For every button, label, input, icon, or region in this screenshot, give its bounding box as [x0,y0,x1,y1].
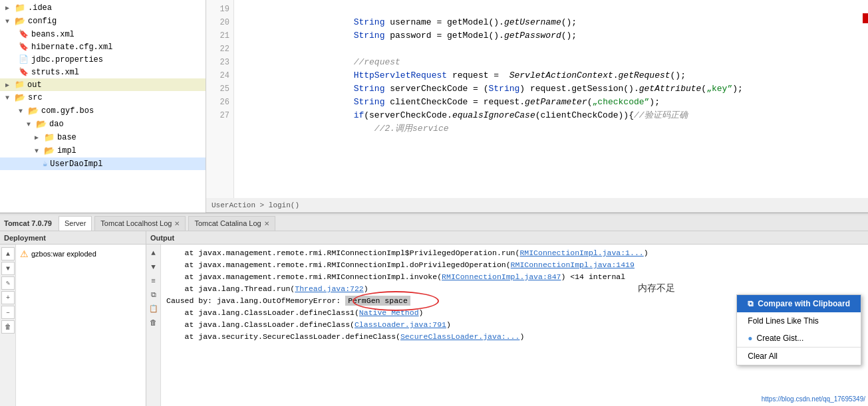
arrow-icon: ▼ [27,121,33,128]
arrow-icon: ▼ [5,94,12,102]
action-btn-edit[interactable]: ✎ [1,276,15,290]
action-btn-delete[interactable]: 🗑 [1,320,15,334]
fold-label: Fold Lines Like This [748,315,819,327]
clear-label: Clear All [748,350,778,362]
tab-localhost-label: Tomcat Localhost Log [100,219,172,227]
line-num-26: 26 [206,96,229,109]
tree-label: config [28,17,57,26]
tree-item-jdbc[interactable]: 📄 jdbc.properties [0,53,206,66]
xml-icon: 🔖 [19,29,29,39]
tree-item-com-gyf-bos[interactable]: ▼ 📂 com.gyf.bos [0,104,206,118]
tomcat-body: Deployment ▲ ▼ ✎ + – 🗑 ⚠ gzbos:war explo… [0,231,868,406]
arrow-icon: ▼ [5,18,12,25]
folder-open-icon: 📂 [15,92,25,103]
tree-label: hibernate.cfg.xml [31,43,112,52]
output-content: ▲ ▼ ≡ ⧉ 📋 🗑 at javax.management.remote.r… [146,245,868,406]
folder-open-icon: 📂 [15,16,25,27]
line-numbers: 19 20 21 22 23 24 25 26 27 [206,0,234,198]
tree-label: jdbc.properties [31,55,103,64]
deployment-title: Deployment [4,234,46,242]
context-menu-compare[interactable]: ⧉ Compare with Clipboard [737,295,861,312]
action-btn-up[interactable]: ▲ [1,247,15,260]
output-header: Output [146,231,868,245]
tree-label: src [28,93,43,102]
folder-icon: 📁 [15,3,25,13]
tab-catalina-log[interactable]: Tomcat Catalina Log ✕ [188,216,275,231]
deployment-header: Deployment [0,231,146,245]
tab-server[interactable]: Server [59,216,92,231]
toolbar-btn-1[interactable]: ▲ [148,247,160,259]
compare-label: Compare with Clipboard [758,298,850,310]
toolbar-btn-5[interactable]: 📋 [148,303,160,315]
line-num-19: 19 [206,3,229,16]
context-menu-gist[interactable]: ● Create Gist... [737,330,861,347]
arrow-icon: ▼ [35,148,41,155]
tree-item-idea[interactable]: ▶ 📁 .idea [0,1,206,15]
tree-label: impl [57,146,76,155]
output-panel: Output ▲ ▼ ≡ ⧉ 📋 🗑 at javax.management.r… [146,231,868,406]
breadcrumb: UserAction > login() [206,198,868,213]
arrow-icon: ▼ [19,108,25,115]
line-num-20: 20 [206,16,229,29]
output-toolbar: ▲ ▼ ≡ ⧉ 📋 🗑 [146,245,161,406]
tab-server-label: Server [65,219,86,227]
deployment-panel: Deployment ▲ ▼ ✎ + – 🗑 ⚠ gzbos:war explo… [0,231,146,406]
arrow-icon: ▶ [5,81,12,89]
tree-item-src[interactable]: ▼ 📂 src [0,91,206,104]
output-line-4: at java.lang.Thread.run(Thread.java:722) [166,283,864,295]
tree-item-config[interactable]: ▼ 📂 config [0,15,206,28]
action-btn-remove[interactable]: – [1,306,15,319]
code-editor: 19 20 21 22 23 24 25 26 27 String userna… [206,0,868,213]
deploy-items: ⚠ gzbos:war exploded [16,245,146,406]
action-buttons: ▲ ▼ ✎ + – 🗑 [0,245,16,406]
tree-label: out [27,80,42,90]
tree-item-dao[interactable]: ▼ 📂 dao [0,118,206,131]
tree-item-hibernate[interactable]: 🔖 hibernate.cfg.xml [0,41,206,53]
tree-label: dao [49,120,64,129]
tab-catalina-label: Tomcat Catalina Log [194,219,261,227]
tree-item-out[interactable]: ▶ 📁 out [0,78,206,91]
context-menu-clear[interactable]: Clear All [737,348,861,365]
tomcat-section: Tomcat 7.0.79 Server Tomcat Localhost Lo… [0,215,868,406]
xml-icon: 🔖 [19,67,29,77]
tree-item-base[interactable]: ▶ 📁 base [0,131,206,144]
java-icon: ☕ [43,159,47,169]
tab-close-icon[interactable]: ✕ [264,220,269,227]
tab-localhost-log[interactable]: Tomcat Localhost Log ✕ [94,216,186,231]
output-line-1: at javax.management.remote.rmi.RMIConnec… [166,247,864,259]
deploy-item-label: gzbos:war exploded [31,250,96,258]
tree-item-impl[interactable]: ▼ 📂 impl [0,144,206,157]
action-btn-add[interactable]: + [1,291,15,304]
toolbar-btn-6[interactable]: 🗑 [148,317,160,329]
breadcrumb-text: UserAction > login() [212,201,299,209]
url-text: https://blog.csdn.net/qq_17695349/ [762,395,865,403]
tree-label: beans.xml [31,30,74,39]
tree-label: com.gyf.bos [41,106,94,116]
tomcat-title-bar: Tomcat 7.0.79 Server Tomcat Localhost Lo… [0,215,868,231]
folder-open-icon: 📂 [28,106,39,116]
memory-note: 内存不足 [638,282,675,294]
line-num-25: 25 [206,82,229,96]
tab-close-icon[interactable]: ✕ [174,220,180,227]
tomcat-title: Tomcat 7.0.79 [4,219,52,227]
tree-item-userdaoimpl[interactable]: ☕ UserDaoImpl [0,157,206,170]
toolbar-btn-2[interactable]: ▼ [148,261,160,273]
deploy-item-gzbos[interactable]: ⚠ gzbos:war exploded [19,247,143,260]
url-bar: https://blog.csdn.net/qq_17695349/ [759,393,868,406]
action-btn-down[interactable]: ▼ [1,262,15,275]
permgen-text: PermGen space [345,296,410,306]
tree-item-beans[interactable]: 🔖 beans.xml [0,28,206,41]
code-line-19: String username = getModel().getUsername… [239,3,863,16]
arrow-icon: ▶ [35,134,41,142]
compare-icon: ⧉ [748,298,754,310]
context-menu-fold[interactable]: Fold Lines Like This [737,312,861,330]
props-icon: 📄 [19,54,29,64]
folder-yellow-icon: 📁 [15,80,25,90]
tree-label: base [57,133,76,142]
gist-label: Create Gist... [757,332,804,344]
tree-item-struts[interactable]: 🔖 struts.xml [0,66,206,78]
toolbar-btn-3[interactable]: ≡ [148,275,160,287]
toolbar-btn-4[interactable]: ⧉ [148,289,160,301]
arrow-icon: ▶ [5,4,12,12]
tree-label: struts.xml [31,68,79,77]
